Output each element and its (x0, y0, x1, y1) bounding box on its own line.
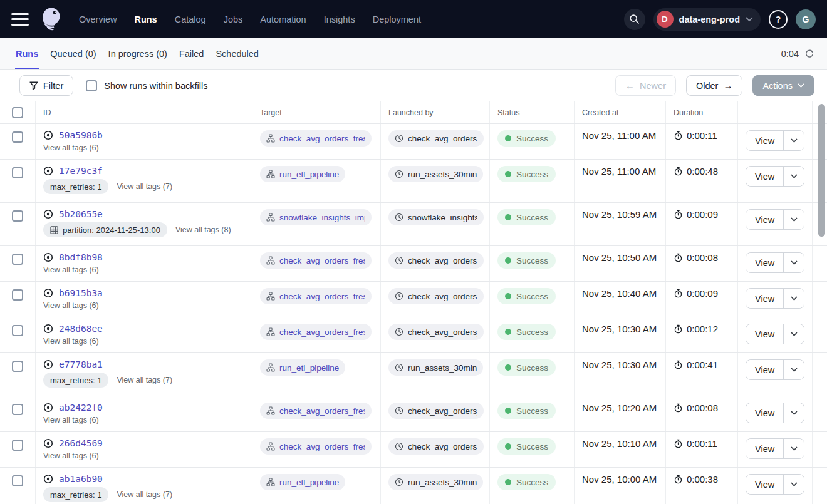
deployment-switcher[interactable]: D data-eng-prod (653, 8, 761, 31)
nav-item-jobs[interactable]: Jobs (224, 14, 243, 24)
tab-failed[interactable]: Failed (179, 38, 205, 69)
launched-by-pill[interactable]: run_assets_30min (388, 474, 483, 490)
view-dropdown-button[interactable] (783, 210, 804, 229)
launched-by-pill[interactable]: check_avg_orders_f… (388, 438, 484, 455)
row-checkbox[interactable] (12, 210, 23, 222)
vertical-scrollbar[interactable] (818, 104, 825, 237)
row-checkbox[interactable] (12, 404, 23, 415)
row-checkbox[interactable] (12, 167, 23, 178)
view-all-tags-link[interactable]: View all tags (6) (43, 301, 99, 310)
older-button[interactable]: Older → (686, 75, 742, 96)
target-pill[interactable]: check_avg_orders_freshne (260, 130, 372, 147)
row-checkbox[interactable] (12, 289, 23, 301)
tab-in-progress[interactable]: In progress (0) (108, 38, 168, 69)
view-dropdown-button[interactable] (783, 403, 804, 423)
view-dropdown-button[interactable] (783, 475, 804, 494)
newer-button[interactable]: ← Newer (615, 75, 676, 96)
row-checkbox[interactable] (12, 440, 23, 451)
view-all-tags-link[interactable]: View all tags (8) (175, 225, 231, 234)
launched-by-pill[interactable]: check_avg_orders_f… (388, 403, 484, 419)
run-id-link[interactable]: 50a5986b (59, 130, 103, 140)
view-dropdown-button[interactable] (783, 439, 804, 458)
view-button[interactable]: View (746, 167, 783, 186)
run-tag-pill[interactable]: partition: 2024-11-25-13:00 (43, 222, 167, 237)
view-button[interactable]: View (746, 403, 783, 423)
view-all-tags-link[interactable]: View all tags (6) (43, 143, 99, 152)
filter-button[interactable]: Filter (19, 75, 73, 96)
tab-runs[interactable]: Runs (15, 38, 39, 69)
view-all-tags-link[interactable]: View all tags (7) (117, 182, 172, 191)
nav-item-automation[interactable]: Automation (260, 14, 306, 24)
show-backfills-checkbox[interactable] (86, 80, 97, 91)
nav-item-deployment[interactable]: Deployment (373, 14, 421, 24)
run-id-link[interactable]: 248d68ee (59, 324, 103, 334)
launched-by-pill[interactable]: run_assets_30min (388, 166, 483, 182)
view-button[interactable]: View (746, 439, 783, 458)
view-all-tags-link[interactable]: View all tags (6) (43, 265, 99, 274)
select-all-checkbox[interactable] (12, 107, 23, 118)
launched-by-pill[interactable]: check_avg_orders_f… (388, 288, 484, 304)
target-pill[interactable]: check_avg_orders_freshne (260, 438, 372, 455)
view-button[interactable]: View (746, 289, 783, 308)
row-checkbox[interactable] (12, 361, 23, 372)
target-pill[interactable]: check_avg_orders_freshne (260, 288, 372, 304)
row-checkbox[interactable] (12, 254, 23, 265)
target-pill[interactable]: run_etl_pipeline (260, 166, 345, 182)
dagster-logo-icon[interactable] (38, 6, 65, 33)
row-checkbox[interactable] (12, 325, 23, 336)
target-pill[interactable]: check_avg_orders_freshne (260, 403, 372, 419)
help-button[interactable]: ? (769, 10, 788, 29)
launched-by-pill[interactable]: check_avg_orders_f… (388, 324, 484, 340)
run-id-link[interactable]: 8bdf8b98 (59, 252, 103, 262)
view-button[interactable]: View (746, 253, 783, 272)
view-dropdown-button[interactable] (783, 324, 804, 344)
view-button[interactable]: View (746, 324, 783, 344)
launched-by-pill[interactable]: snowflake_insights_… (388, 209, 484, 225)
show-backfills-toggle[interactable]: Show runs within backfills (86, 80, 207, 91)
run-id-link[interactable]: ab1a6b90 (59, 474, 103, 484)
view-all-tags-link[interactable]: View all tags (6) (43, 416, 99, 424)
user-avatar[interactable]: G (796, 9, 816, 29)
run-tag-pill[interactable]: max_retries: 1 (43, 487, 108, 502)
refresh-icon[interactable] (804, 49, 814, 59)
search-button[interactable] (624, 9, 645, 30)
launched-by-pill[interactable]: run_assets_30min (388, 359, 483, 376)
view-all-tags-link[interactable]: View all tags (7) (117, 490, 172, 499)
view-dropdown-button[interactable] (783, 253, 804, 272)
target-pill[interactable]: run_etl_pipeline (260, 359, 345, 376)
run-tag-pill[interactable]: max_retries: 1 (43, 179, 108, 194)
view-all-tags-link[interactable]: View all tags (6) (43, 337, 99, 346)
view-all-tags-link[interactable]: View all tags (7) (117, 376, 172, 384)
target-pill[interactable]: check_avg_orders_freshne (260, 324, 372, 340)
view-button[interactable]: View (746, 475, 783, 494)
tab-scheduled[interactable]: Scheduled (215, 38, 259, 69)
target-pill[interactable]: snowflake_insights_import (260, 209, 372, 225)
target-pill[interactable]: run_etl_pipeline (260, 474, 345, 490)
view-button[interactable]: View (746, 360, 783, 379)
run-id-link[interactable]: 266d4569 (59, 438, 103, 448)
view-dropdown-button[interactable] (783, 131, 804, 150)
run-id-link[interactable]: ab2422f0 (59, 403, 103, 413)
tab-queued[interactable]: Queued (0) (49, 38, 96, 69)
nav-item-overview[interactable]: Overview (79, 14, 117, 24)
view-button[interactable]: View (746, 131, 783, 150)
run-tag-pill[interactable]: max_retries: 1 (43, 373, 108, 388)
row-checkbox[interactable] (12, 131, 23, 143)
view-dropdown-button[interactable] (783, 289, 804, 308)
run-id-link[interactable]: b6915b3a (59, 288, 103, 298)
target-pill[interactable]: check_avg_orders_freshne (260, 252, 372, 269)
nav-item-runs[interactable]: Runs (134, 14, 157, 24)
nav-item-insights[interactable]: Insights (324, 14, 355, 24)
view-dropdown-button[interactable] (783, 360, 804, 379)
row-checkbox[interactable] (12, 475, 23, 486)
view-button[interactable]: View (746, 210, 783, 229)
actions-button[interactable]: Actions (752, 75, 814, 96)
run-id-link[interactable]: 17e79c3f (59, 166, 103, 176)
launched-by-pill[interactable]: check_avg_orders_f… (388, 252, 484, 269)
view-dropdown-button[interactable] (783, 167, 804, 186)
run-id-link[interactable]: e7778ba1 (59, 359, 103, 369)
hamburger-menu-button[interactable] (11, 13, 29, 26)
nav-item-catalog[interactable]: Catalog (175, 14, 206, 24)
launched-by-pill[interactable]: check_avg_orders_f… (388, 130, 484, 147)
view-all-tags-link[interactable]: View all tags (6) (43, 451, 99, 460)
